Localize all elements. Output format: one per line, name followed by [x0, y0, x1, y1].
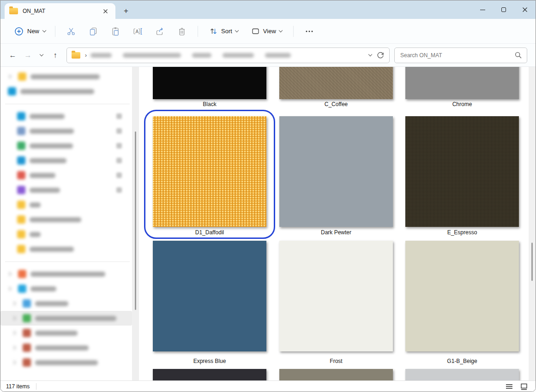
chevron-right-icon[interactable] — [12, 361, 16, 364]
drive-icon — [23, 329, 31, 337]
file-label: C_Coffee — [279, 101, 393, 107]
sidebar-item-label-redacted — [30, 114, 65, 119]
breadcrumb-segment-redacted[interactable] — [192, 53, 211, 58]
file-tile-d1-daffodil[interactable] — [153, 116, 266, 227]
breadcrumb-segment-redacted[interactable] — [223, 53, 254, 58]
search-input[interactable] — [399, 52, 514, 59]
content-scrollbar-thumb[interactable] — [531, 243, 533, 281]
minimize-button[interactable] — [472, 0, 493, 19]
chevron-right-icon[interactable] — [12, 316, 16, 320]
title-bar: ON_MAT + — [0, 0, 536, 19]
chevron-right-icon[interactable] — [12, 331, 16, 335]
music-icon — [17, 171, 25, 179]
search-box[interactable] — [394, 48, 527, 63]
chevron-right-icon[interactable] — [7, 272, 11, 276]
breadcrumb-segment-redacted[interactable] — [90, 53, 112, 58]
refresh-button[interactable] — [376, 51, 385, 59]
content-scrollbar[interactable] — [529, 67, 536, 380]
new-button[interactable]: New — [10, 23, 50, 40]
sidebar-item-redacted[interactable] — [0, 242, 132, 256]
view-button[interactable]: View — [247, 23, 287, 40]
toolbar-separator — [293, 26, 294, 37]
sidebar-item-redacted[interactable] — [0, 84, 132, 99]
sidebar-item-redacted[interactable] — [0, 212, 132, 227]
documents-icon — [17, 127, 25, 135]
trash-icon — [177, 27, 187, 36]
rename-button[interactable]: A — [127, 23, 148, 40]
sidebar-item-redacted[interactable] — [0, 69, 132, 84]
file-thumbnail — [153, 116, 266, 227]
sidebar-item-redacted[interactable] — [0, 183, 132, 197]
sidebar-item-redacted[interactable] — [0, 168, 132, 183]
sidebar-item-redacted[interactable] — [0, 138, 132, 153]
file-tile-express-blue[interactable] — [153, 241, 266, 351]
sidebar-item-redacted-selected[interactable] — [0, 311, 132, 326]
sidebar-item-redacted[interactable] — [0, 267, 132, 281]
copy-button[interactable] — [83, 23, 103, 40]
file-tile-partial[interactable] — [405, 369, 519, 380]
toolbar-separator — [55, 26, 55, 37]
sort-button-label: Sort — [221, 28, 232, 35]
rename-icon: A — [133, 27, 143, 36]
up-button[interactable]: ↑ — [48, 48, 63, 63]
sidebar-item-redacted[interactable] — [0, 153, 132, 168]
sidebar-item-label-redacted — [30, 173, 55, 178]
new-tab-button[interactable]: + — [118, 3, 134, 19]
file-thumbnail — [153, 241, 266, 351]
file-tile-partial[interactable] — [279, 369, 393, 380]
back-button[interactable]: ← — [5, 48, 20, 63]
delete-button[interactable] — [172, 23, 192, 40]
chevron-right-icon[interactable] — [7, 287, 11, 291]
sidebar-item-redacted[interactable] — [0, 296, 132, 311]
paste-button[interactable] — [105, 23, 126, 40]
sidebar-item-redacted[interactable] — [0, 281, 132, 296]
more-options-button[interactable] — [299, 23, 319, 40]
sidebar-item-redacted[interactable] — [0, 124, 132, 138]
clipboard-icon — [111, 27, 120, 36]
forward-button[interactable]: → — [20, 48, 36, 63]
maximize-button[interactable] — [493, 0, 514, 19]
chevron-down-icon — [40, 53, 43, 56]
window-controls — [472, 0, 536, 19]
chevron-right-icon[interactable] — [7, 75, 11, 78]
tab-close-button[interactable] — [100, 6, 111, 17]
refresh-icon — [376, 51, 385, 59]
breadcrumb-segment-redacted[interactable] — [123, 53, 181, 58]
recent-locations-button[interactable] — [36, 48, 48, 63]
sidebar-scrollbar[interactable] — [132, 67, 139, 380]
minimize-icon — [480, 10, 485, 10]
file-tile-black[interactable] — [153, 67, 266, 99]
share-icon — [155, 27, 164, 36]
file-tile-frost[interactable] — [279, 241, 393, 351]
file-tile-partial[interactable] — [153, 369, 266, 380]
share-button[interactable] — [150, 23, 170, 40]
sort-button[interactable]: Sort — [205, 23, 243, 40]
sidebar-item-redacted[interactable] — [0, 109, 132, 124]
chevron-right-icon[interactable] — [12, 346, 16, 350]
sidebar-item-redacted[interactable] — [0, 197, 132, 212]
sidebar-item-redacted[interactable] — [0, 340, 132, 355]
sidebar-scrollbar-thumb[interactable] — [135, 131, 136, 310]
toolbar-separator — [198, 26, 198, 37]
address-dropdown-icon[interactable] — [368, 53, 372, 56]
cut-button[interactable] — [61, 23, 81, 40]
tab-on-mat[interactable]: ON_MAT — [5, 3, 115, 19]
large-icons-view-button[interactable] — [518, 382, 530, 391]
breadcrumb-segment-redacted[interactable] — [265, 53, 291, 58]
pictures-icon — [17, 156, 25, 165]
file-tile-e-espresso[interactable] — [405, 116, 519, 227]
sidebar-item-redacted[interactable] — [0, 326, 132, 340]
sidebar-item-label-redacted — [30, 202, 41, 208]
sidebar-item-redacted[interactable] — [0, 355, 132, 370]
file-tile-g1-b-beige[interactable] — [405, 241, 519, 351]
address-bar[interactable]: › — [66, 48, 390, 63]
close-button[interactable] — [514, 0, 536, 19]
file-tile-c-coffee[interactable] — [279, 67, 393, 99]
chevron-right-icon[interactable] — [12, 302, 16, 305]
file-tile-chrome[interactable] — [405, 67, 519, 99]
file-label: D1_Daffodil — [153, 229, 266, 236]
sidebar-item-redacted[interactable] — [0, 227, 132, 242]
details-view-button[interactable] — [503, 382, 515, 391]
file-tile-dark-pewter[interactable] — [279, 116, 393, 227]
files-view: BlackC_CoffeeChromeD1_DaffodilDark Pewte… — [139, 67, 536, 380]
